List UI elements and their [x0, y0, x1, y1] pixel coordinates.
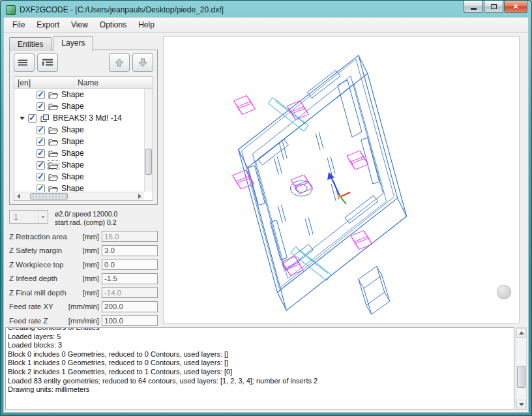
tree-row-shape[interactable]: Shape: [14, 89, 144, 100]
tool-info: ø2.0/ speed 12000.0 start rad. (comp) 0.…: [55, 210, 117, 226]
tab-layers[interactable]: Layers: [53, 36, 93, 52]
field-row-z-workpiece: Z Workpiece top [mm]: [9, 258, 158, 272]
log-vertical-scrollbar[interactable]: [516, 327, 527, 410]
menu-file[interactable]: File: [7, 18, 31, 31]
checkbox[interactable]: [37, 126, 45, 134]
field-unit: [mm]: [82, 233, 99, 241]
tool-selector-value: 1: [14, 213, 18, 222]
tree-header-en[interactable]: [en]: [14, 77, 74, 88]
feed-rate-z-input[interactable]: [102, 315, 158, 326]
tree-row-shape[interactable]: Shape: [14, 171, 144, 183]
list-icon: [18, 59, 28, 67]
minimize-icon: [471, 8, 477, 10]
z-retraction-area-input[interactable]: [102, 231, 158, 242]
tool-selector[interactable]: 1: [9, 210, 48, 224]
tree-row-shape[interactable]: Shape: [14, 100, 144, 112]
log-line: Loaded 83 entity geometries; reduced to …: [8, 377, 512, 386]
layers-pane: [en] Name Shape Shape: [9, 50, 158, 205]
z-final-mill-depth-input[interactable]: [102, 287, 158, 298]
scroll-right-icon[interactable]: [138, 194, 141, 199]
menu-help[interactable]: Help: [132, 18, 160, 31]
move-down-button[interactable]: [132, 53, 153, 72]
log-line: Block 2 includes 1 Geometries, reduced t…: [8, 368, 512, 377]
maximize-button[interactable]: [484, 1, 503, 13]
arrow-down-icon: [138, 57, 148, 68]
layers-toolbar: [10, 50, 157, 74]
checkbox[interactable]: [28, 114, 37, 123]
close-button[interactable]: ✕: [504, 1, 527, 13]
main-area: Entities Layers [en] Name: [3, 33, 529, 413]
checkbox[interactable]: [37, 185, 45, 192]
tree-row-label: Shape: [61, 90, 84, 99]
scroll-down-icon[interactable]: [516, 400, 526, 409]
tree-row-label: Shape: [61, 160, 84, 170]
maximize-icon: [491, 4, 497, 9]
block-icon: [40, 114, 50, 123]
list-view-button[interactable]: [14, 53, 35, 72]
log-line: Creating Contours of Entities: [8, 327, 512, 333]
field-row-feed-xy: Feed rate XY [mm/min]: [9, 300, 158, 314]
scroll-up-icon[interactable]: [516, 328, 526, 338]
title-bar[interactable]: DXF2GCODE - [C:/Users/jeanpauls/Desktop/…: [3, 1, 529, 17]
folder-icon: [48, 149, 59, 158]
move-up-button[interactable]: [109, 53, 130, 72]
tree-row-layer-breaks[interactable]: BREAKS! 3 Md! -14: [14, 112, 144, 124]
field-unit: [mm/min]: [68, 303, 99, 310]
scrollbar-thumb[interactable]: [30, 193, 68, 200]
field-unit: [mm]: [82, 246, 99, 254]
checkbox[interactable]: [37, 102, 45, 111]
menu-export[interactable]: Export: [31, 18, 65, 31]
app-icon: [6, 5, 16, 15]
tree-row-shape[interactable]: Shape: [14, 124, 144, 136]
tree-row-shape[interactable]: Shape: [14, 183, 144, 192]
folder-icon: [48, 102, 59, 111]
app-window: DXF2GCODE - [C:/Users/jeanpauls/Desktop/…: [0, 0, 532, 416]
tree-row-shape[interactable]: Shape: [14, 159, 144, 171]
checkbox[interactable]: [37, 91, 45, 99]
arrow-up-icon: [114, 57, 125, 68]
tree-rows: Shape Shape BREAKS! 3 Md! -14: [14, 89, 144, 192]
z-infeed-depth-input[interactable]: [102, 273, 158, 284]
scrollbar-thumb[interactable]: [517, 366, 525, 388]
expander-icon[interactable]: [20, 117, 25, 120]
tree-header-name[interactable]: Name: [74, 78, 153, 87]
log-line: Loaded layers: 5: [8, 333, 512, 342]
field-label: Z Final mill depth: [9, 289, 82, 297]
message-log: Creating Contours of Entities Loaded lay…: [5, 327, 514, 410]
tree-row-label: Shape: [61, 125, 84, 134]
menu-options[interactable]: Options: [94, 18, 132, 31]
folder-icon: [48, 161, 59, 170]
z-workpiece-top-input[interactable]: [102, 259, 158, 270]
tree-vertical-scrollbar[interactable]: [144, 89, 153, 192]
scrollbar-thumb[interactable]: [145, 149, 152, 175]
tree-horizontal-scrollbar[interactable]: [14, 192, 144, 200]
menu-bar: File Export View Options Help: [3, 17, 529, 33]
z-safety-margin-input[interactable]: [102, 245, 158, 256]
parameters-panel: 1 ø2.0/ speed 12000.0 start rad. (comp) …: [9, 210, 158, 328]
tree-header: [en] Name: [14, 77, 153, 89]
cad-viewport[interactable]: [163, 37, 520, 323]
tree-row-shape[interactable]: Shape: [14, 136, 144, 147]
field-unit: [mm]: [82, 275, 99, 282]
tree-row-label: Shape: [61, 172, 84, 181]
folder-icon: [48, 126, 59, 134]
canvas-watermark-logo: [497, 285, 511, 299]
field-label: Feed rate Z: [9, 317, 68, 325]
scroll-left-icon[interactable]: [17, 194, 20, 199]
checkbox[interactable]: [37, 138, 45, 146]
tree-row-shape[interactable]: Shape: [14, 147, 144, 159]
log-line: Block 0 includes 0 Geometries, reduced t…: [8, 350, 512, 359]
tab-entities[interactable]: Entities: [9, 37, 52, 51]
checkbox[interactable]: [37, 173, 45, 181]
tree-view-button[interactable]: [37, 53, 58, 72]
field-label: Z Infeed depth: [9, 275, 82, 282]
checkbox[interactable]: [37, 161, 45, 170]
menu-view[interactable]: View: [65, 18, 94, 31]
checkbox[interactable]: [37, 149, 45, 158]
minimize-button[interactable]: [464, 1, 483, 13]
feed-rate-xy-input[interactable]: [102, 301, 158, 312]
field-unit: [mm]: [82, 261, 99, 269]
field-label: Z Safety margin: [9, 246, 82, 254]
tree-list-icon: [42, 58, 53, 67]
tree-row-label: Shape: [61, 184, 84, 192]
